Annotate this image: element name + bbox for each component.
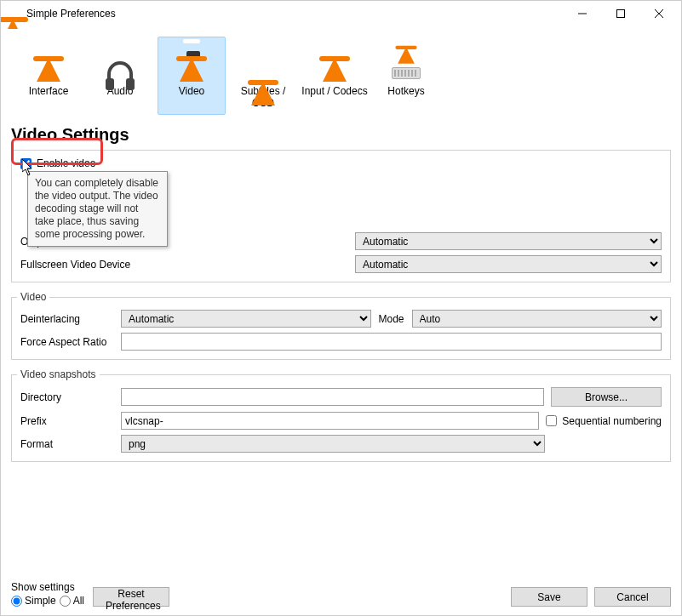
video-group: Video Deinterlacing Automatic Mode Auto … [11, 291, 671, 360]
svg-rect-1 [616, 10, 624, 18]
minimize-button[interactable] [563, 1, 601, 26]
save-button[interactable]: Save [511, 587, 587, 607]
close-button[interactable] [639, 1, 678, 26]
category-input-codecs[interactable]: Input / Codecs [301, 37, 369, 115]
show-settings-simple[interactable]: Simple [11, 595, 56, 607]
output-select[interactable]: Automatic [355, 232, 662, 250]
window-title: Simple Preferences [26, 8, 563, 20]
format-label: Format [20, 438, 121, 450]
category-hotkeys[interactable]: Hotkeys [372, 37, 440, 115]
tooltip-text: You can completely disable the video out… [35, 177, 158, 240]
format-select[interactable]: png [121, 435, 545, 453]
maximize-button[interactable] [601, 1, 639, 26]
category-label: Interface [15, 85, 82, 97]
category-label: Audio [87, 85, 153, 97]
titlebar: Simple Preferences [1, 1, 681, 26]
prefix-label: Prefix [20, 415, 121, 427]
video-group-legend: Video [17, 291, 49, 303]
show-settings-simple-radio[interactable] [11, 596, 22, 607]
show-settings-all-radio[interactable] [60, 596, 71, 607]
deinterlacing-label: Deinterlacing [20, 313, 121, 325]
category-subtitles-osd[interactable]: Subtitles / OSD [229, 37, 297, 115]
tooltip: You can completely disable the video out… [27, 171, 168, 247]
sequential-numbering-checkbox[interactable] [546, 415, 557, 426]
reset-preferences-button[interactable]: Reset Preferences [93, 587, 169, 607]
snapshots-legend: Video snapshots [17, 368, 100, 380]
sequential-numbering-label[interactable]: Sequential numbering [562, 415, 662, 427]
category-bar: Interface Audio Video Subtitles / OSD In… [1, 26, 681, 118]
browse-button[interactable]: Browse... [551, 387, 662, 407]
fullscreen-device-label: Fullscreen Video Device [20, 259, 174, 271]
category-video[interactable]: Video [158, 37, 226, 115]
show-settings-label: Show settings [11, 581, 84, 593]
video-snapshots-group: Video snapshots Directory Browse... Pref… [11, 368, 671, 462]
category-label: Hotkeys [373, 85, 439, 97]
directory-label: Directory [20, 391, 121, 403]
footer: Show settings Simple All Reset Preferenc… [1, 576, 681, 615]
cancel-button[interactable]: Cancel [594, 587, 671, 607]
category-interface[interactable]: Interface [14, 37, 83, 115]
category-audio[interactable]: Audio [86, 37, 154, 115]
page-title: Video Settings [1, 118, 681, 150]
show-settings: Show settings Simple All [11, 581, 84, 607]
mode-select[interactable]: Auto [412, 310, 662, 328]
force-aspect-ratio-input[interactable] [121, 333, 662, 351]
app-icon [8, 7, 21, 20]
category-label: Video [158, 85, 225, 97]
prefix-input[interactable] [121, 412, 539, 430]
mode-label: Mode [371, 313, 412, 325]
directory-input[interactable] [121, 388, 544, 406]
force-aspect-ratio-label: Force Aspect Ratio [20, 336, 121, 348]
show-settings-all[interactable]: All [60, 595, 84, 607]
enable-video-label[interactable]: Enable video [37, 157, 95, 169]
fullscreen-device-select[interactable]: Automatic [355, 255, 662, 273]
enable-video-checkbox[interactable] [20, 158, 32, 169]
deinterlacing-select[interactable]: Automatic [121, 310, 371, 328]
category-label: Input / Codecs [301, 85, 368, 97]
